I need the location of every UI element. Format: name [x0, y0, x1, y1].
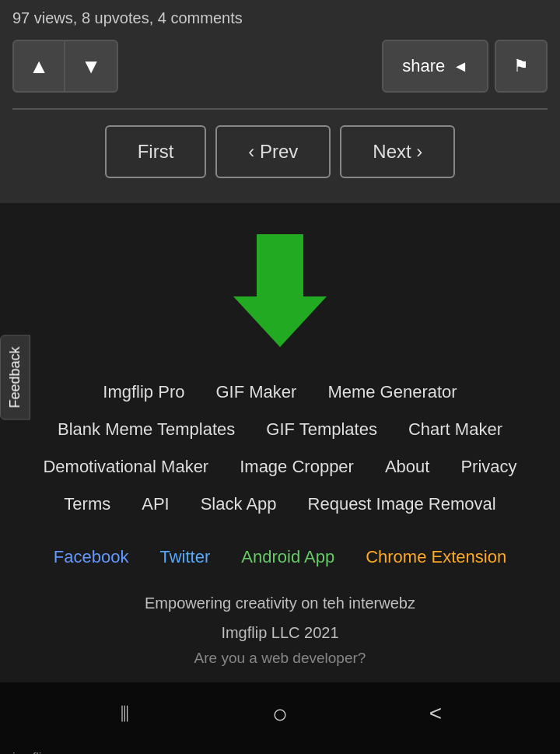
back-nav-icon[interactable]: <: [412, 690, 459, 737]
footer-links-row-4: Terms API Slack App Request Image Remova…: [31, 494, 529, 514]
bottom-nav-bar: ⦀ ○ <: [0, 682, 560, 745]
right-controls: share ◄ ⚑: [382, 40, 548, 93]
down-arrow-graphic: [218, 226, 342, 351]
footer-link-blank-meme-templates[interactable]: Blank Meme Templates: [58, 419, 235, 440]
share-button[interactable]: share ◄: [382, 40, 488, 93]
address-bar: imgflip.com: [0, 745, 560, 754]
footer-link-chrome-extension[interactable]: Chrome Extension: [366, 547, 506, 567]
footer-link-gif-templates[interactable]: GIF Templates: [266, 419, 377, 440]
feedback-tab[interactable]: Feedback: [0, 335, 30, 419]
svg-marker-0: [233, 234, 327, 347]
footer-link-demotivational-maker[interactable]: Demotivational Maker: [43, 457, 208, 477]
flag-button[interactable]: ⚑: [495, 40, 548, 93]
pagination: First ‹ Prev Next ›: [12, 125, 548, 184]
footer-tagline-1: Empowering creativity on teh interwebz: [31, 591, 529, 615]
vote-buttons: ▲ ▼: [12, 40, 118, 93]
footer-link-gif-maker[interactable]: GIF Maker: [215, 382, 296, 402]
footer-link-api[interactable]: API: [142, 494, 169, 514]
footer-social-row: Facebook Twitter Android App Chrome Exte…: [31, 547, 529, 567]
next-page-button[interactable]: Next ›: [340, 125, 455, 178]
footer-dev-text: Are you a web developer?: [31, 650, 529, 667]
footer-links-row-2: Blank Meme Templates GIF Templates Chart…: [31, 419, 529, 440]
upvote-button[interactable]: ▲: [12, 40, 65, 93]
footer: Imgflip Pro GIF Maker Meme Generator Bla…: [0, 359, 560, 682]
footer-link-terms[interactable]: Terms: [64, 494, 110, 514]
share-icon: ◄: [453, 58, 468, 75]
footer-links-row-1: Imgflip Pro GIF Maker Meme Generator: [31, 382, 529, 402]
top-section: 97 views, 8 upvotes, 4 comments ▲ ▼ shar…: [0, 0, 560, 203]
controls-row: ▲ ▼ share ◄ ⚑: [12, 40, 548, 93]
stats-bar: 97 views, 8 upvotes, 4 comments: [12, 0, 548, 40]
divider: [12, 108, 548, 110]
footer-link-chart-maker[interactable]: Chart Maker: [408, 419, 502, 440]
footer-links-row-3: Demotivational Maker Image Cropper About…: [31, 457, 529, 477]
footer-link-facebook[interactable]: Facebook: [54, 547, 129, 567]
footer-link-request-image-removal[interactable]: Request Image Removal: [308, 494, 496, 514]
footer-link-slack-app[interactable]: Slack App: [201, 494, 277, 514]
footer-link-android-app[interactable]: Android App: [241, 547, 334, 567]
home-nav-icon[interactable]: ○: [257, 690, 303, 737]
downvote-button[interactable]: ▼: [65, 40, 118, 93]
footer-link-image-cropper[interactable]: Image Cropper: [240, 457, 354, 477]
footer-link-imgflip-pro[interactable]: Imgflip Pro: [103, 382, 184, 402]
footer-link-privacy[interactable]: Privacy: [460, 457, 516, 477]
first-page-button[interactable]: First: [105, 125, 207, 178]
menu-nav-icon[interactable]: ⦀: [101, 690, 148, 737]
prev-page-button[interactable]: ‹ Prev: [215, 125, 331, 178]
footer-link-twitter[interactable]: Twitter: [159, 547, 210, 567]
footer-link-meme-generator[interactable]: Meme Generator: [327, 382, 457, 402]
footer-link-about[interactable]: About: [385, 457, 430, 477]
upvote-icon: ▲: [29, 54, 49, 79]
flag-icon: ⚑: [513, 56, 529, 76]
share-label: share: [402, 56, 445, 76]
footer-tagline-2: Imgflip LLC 2021: [31, 620, 529, 645]
arrow-section: [0, 203, 560, 359]
downvote-icon: ▼: [81, 54, 101, 79]
